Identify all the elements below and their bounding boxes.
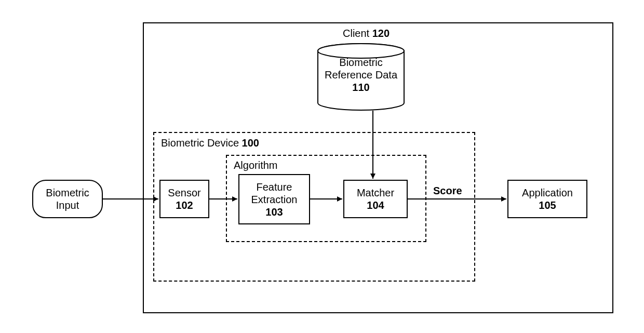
biometric-architecture-diagram: Client 120 Biometric Reference Data 110 … — [0, 0, 644, 333]
arrows-layer — [0, 0, 644, 333]
